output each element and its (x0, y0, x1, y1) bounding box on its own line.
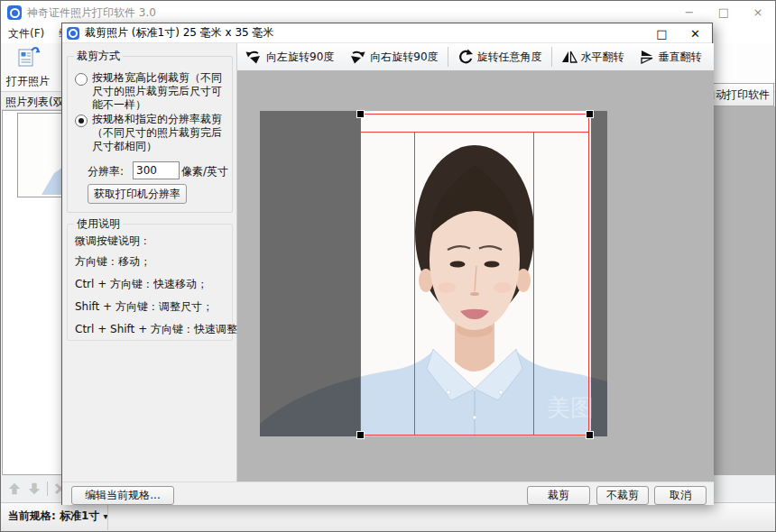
dialog-maximize-button[interactable]: □ (645, 23, 679, 43)
crop-dialog: 裁剪照片 (标准1寸) 25 毫米 x 35 毫米 □ ✕ 裁剪方式 按规格宽高… (61, 23, 713, 505)
dialog-footer: 编辑当前规格... 裁剪 不裁剪 取消 (62, 482, 714, 505)
toolbar-separator (448, 47, 448, 67)
rotate-any-angle-label: 旋转任意角度 (477, 50, 542, 65)
arrow-up-icon (7, 482, 22, 496)
crop-handle-bottom-left[interactable] (356, 431, 365, 439)
crop-mode-groupbox: 裁剪方式 按规格宽高比例裁剪（不同尺寸的照片裁剪完后尺寸可能不一样） 按规格和指… (67, 56, 233, 213)
flip-vertical-icon (639, 50, 655, 64)
statusbar-separator (107, 505, 108, 530)
menu-file[interactable]: 文件(F) (1, 24, 51, 43)
current-spec-label: 当前规格: 标准1寸 (8, 509, 99, 522)
crop-handle-bottom-right[interactable] (586, 431, 594, 439)
open-photo-label: 打开照片 (6, 74, 50, 89)
maximize-button[interactable]: □ (707, 0, 741, 23)
resolution-input[interactable] (133, 161, 180, 179)
flip-vertical-label: 垂直翻转 (659, 50, 702, 65)
rotate-toolbar: 向左旋转90度 向右旋转90度 旋转任意角度 水平翻转 (237, 43, 714, 71)
usage-line: 方向键：移动； (75, 254, 151, 270)
current-spec-dropdown[interactable]: 当前规格: 标准1寸 ▾ (8, 509, 108, 524)
radio-ratio-circle[interactable] (75, 73, 88, 86)
move-down-button[interactable] (24, 479, 44, 499)
radio-resolution-label: 按规格和指定的分辨率裁剪（不同尺寸的照片裁剪完后尺寸都相同） (92, 113, 229, 153)
rotate-any-angle-icon (457, 49, 474, 65)
rotate-right-button[interactable]: 向右旋转90度 (341, 45, 445, 69)
flip-horizontal-label: 水平翻转 (581, 50, 624, 65)
arrow-down-icon (27, 482, 42, 496)
crop-guide-vertical-right (533, 132, 534, 436)
rotate-left-button[interactable]: 向左旋转90度 (237, 45, 341, 69)
radio-crop-by-ratio[interactable]: 按规格宽高比例裁剪（不同尺寸的照片裁剪完后尺寸可能不一样） (75, 71, 229, 112)
crop-guide-horizontal (360, 132, 589, 133)
minimize-button[interactable]: − (672, 0, 707, 23)
close-button[interactable]: × (741, 0, 775, 23)
flip-horizontal-icon (561, 50, 577, 64)
resolution-unit-label: 像素/英寸 (181, 164, 228, 179)
crop-canvas: 美图 (237, 71, 714, 482)
cancel-button[interactable]: 取消 (654, 486, 707, 505)
crop-handle-top-left[interactable] (356, 110, 365, 118)
crop-options-panel: 裁剪方式 按规格宽高比例裁剪（不同尺寸的照片裁剪完后尺寸可能不一样） 按规格和指… (62, 43, 237, 482)
usage-groupbox: 使用说明 微调按键说明： 方向键：移动； Ctrl + 方向键：快速移动； Sh… (67, 224, 233, 341)
statusbar: 当前规格: 标准1寸 ▾ (1, 502, 775, 531)
crop-rectangle[interactable] (360, 114, 589, 436)
app-icon (7, 5, 22, 20)
get-printer-dpi-button[interactable]: 获取打印机分辨率 (88, 184, 187, 204)
open-photo-button[interactable]: 打开照片 (3, 45, 53, 88)
dialog-close-button[interactable]: ✕ (679, 23, 712, 43)
no-crop-button[interactable]: 不裁剪 (596, 486, 649, 505)
usage-line: Shift + 方向键：调整尺寸； (75, 299, 213, 315)
usage-group-title: 使用说明 (74, 216, 123, 232)
auto-print-label: 自动打印软件 (707, 87, 770, 103)
flip-vertical-button[interactable]: 垂直翻转 (632, 45, 709, 69)
toolbar-separator (551, 47, 552, 67)
auto-print-button[interactable]: 自动打印软件 (707, 83, 774, 106)
rotate-any-angle-button[interactable]: 旋转任意角度 (450, 45, 550, 69)
right-toolbar-block (712, 43, 775, 84)
main-titlebar: 神奇证件照片打印软件 3.0 (1, 1, 775, 24)
radio-crop-by-resolution[interactable]: 按规格和指定的分辨率裁剪（不同尺寸的照片裁剪完后尺寸都相同） (75, 113, 229, 153)
rotate-right-icon (348, 49, 366, 65)
radio-resolution-circle[interactable] (75, 115, 88, 127)
main-client-area (712, 106, 775, 502)
rotate-right-label: 向右旋转90度 (370, 50, 438, 65)
mini-toolbar-separator (47, 482, 48, 496)
crop-handle-top-right[interactable] (586, 110, 594, 118)
edit-current-spec-button[interactable]: 编辑当前规格... (71, 486, 174, 505)
crop-guide-vertical-left (414, 132, 415, 436)
open-photo-icon (15, 44, 41, 72)
resolution-label: 分辨率: (88, 164, 124, 179)
crop-mode-group-title: 裁剪方式 (74, 49, 123, 64)
flip-horizontal-button[interactable]: 水平翻转 (554, 45, 632, 69)
dialog-title: 裁剪照片 (标准1寸) 25 毫米 x 35 毫米 (85, 25, 274, 41)
dialog-titlebar: 裁剪照片 (标准1寸) 25 毫米 x 35 毫米 (62, 23, 712, 43)
usage-line: 微调按键说明： (75, 234, 151, 249)
rotate-left-icon (245, 49, 263, 65)
crop-button[interactable]: 裁剪 (527, 486, 590, 505)
radio-ratio-label: 按规格宽高比例裁剪（不同尺寸的照片裁剪完后尺寸可能不一样） (92, 71, 229, 112)
main-window-title: 神奇证件照片打印软件 3.0 (27, 5, 156, 21)
rotate-left-label: 向左旋转90度 (266, 50, 334, 65)
usage-line: Ctrl + 方向键：快速移动； (75, 277, 208, 292)
screen: { "colors": { "accent_blue": "#2e6fdf", … (0, 0, 776, 532)
move-up-button[interactable] (5, 479, 24, 499)
dialog-icon (67, 27, 79, 40)
